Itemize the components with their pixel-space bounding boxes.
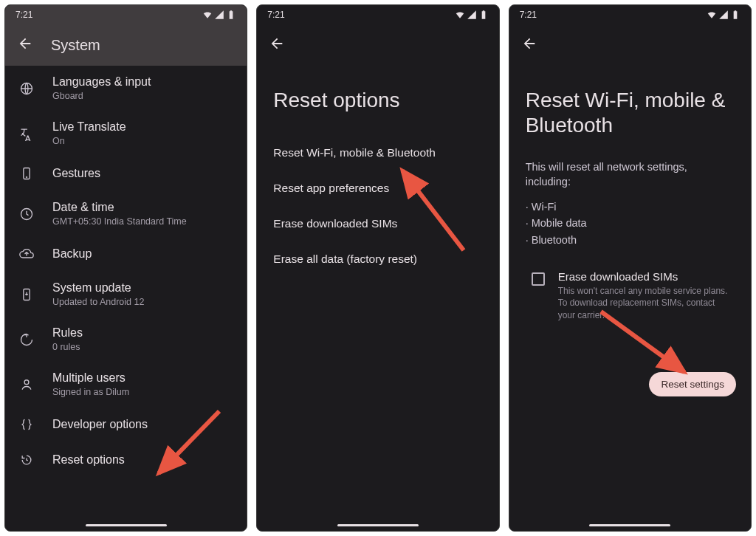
option-reset-app-prefs[interactable]: Reset app preferences [257, 171, 498, 206]
cloud-upload-icon [18, 246, 35, 262]
row-multiple-users[interactable]: Multiple users Signed in as Dilum [5, 362, 247, 407]
braces-icon [18, 416, 35, 433]
description-text: This will reset all network settings, in… [509, 159, 751, 190]
back-arrow-icon [521, 35, 537, 52]
bullet-item: Bluetooth [532, 234, 577, 246]
bullet-list: · Wi-Fi · Mobile data · Bluetooth [509, 190, 751, 248]
status-bar: 7:21 [5, 5, 247, 24]
rules-icon [18, 331, 35, 348]
signal-icon [718, 10, 729, 20]
row-sub: On [52, 136, 233, 146]
row-gestures[interactable]: Gestures [5, 156, 247, 191]
row-label: Developer options [52, 418, 233, 431]
row-live-translate[interactable]: Live Translate On [5, 111, 247, 156]
option-reset-network[interactable]: Reset Wi-Fi, mobile & Bluetooth [257, 135, 498, 171]
status-icons [202, 10, 236, 20]
battery-icon [226, 10, 236, 20]
appbar [257, 24, 498, 66]
battery-icon [730, 10, 740, 20]
appbar: System [5, 24, 247, 66]
screen-system: 7:21 System Languages & input Gboard Liv… [4, 4, 247, 532]
status-bar: 7:21 [257, 5, 498, 24]
back-button[interactable] [269, 35, 285, 55]
screen-reset-options: 7:21 Reset options Reset Wi-Fi, mobile &… [256, 4, 499, 532]
row-sub: 0 rules [52, 342, 233, 352]
row-label: Live Translate [52, 120, 233, 134]
row-label: Backup [52, 247, 233, 261]
person-icon [18, 377, 35, 393]
gestures-icon [18, 165, 35, 182]
restore-icon [18, 452, 35, 468]
wifi-icon [202, 10, 213, 20]
status-time: 7:21 [520, 10, 537, 20]
signal-icon [467, 10, 477, 20]
status-time: 7:21 [16, 10, 32, 20]
page-title: Reset options [257, 66, 498, 135]
screen-reset-network: 7:21 Reset Wi-Fi, mobile & Bluetooth Thi… [509, 4, 752, 532]
row-sub: Updated to Android 12 [52, 297, 233, 307]
row-label: Languages & input [52, 75, 233, 89]
row-sub: GMT+05:30 India Standard Time [52, 216, 233, 227]
row-label: Reset options [52, 453, 233, 467]
row-developer-options[interactable]: Developer options [5, 407, 247, 442]
translate-icon [18, 126, 35, 142]
signal-icon [214, 10, 224, 20]
row-label: Gestures [52, 167, 233, 180]
appbar [509, 24, 751, 66]
back-arrow-icon [269, 35, 285, 52]
home-indicator[interactable] [86, 524, 167, 527]
row-languages-input[interactable]: Languages & input Gboard [5, 66, 247, 111]
home-indicator[interactable] [589, 524, 670, 527]
row-backup[interactable]: Backup [5, 236, 247, 272]
row-rules[interactable]: Rules 0 rules [5, 317, 247, 362]
checkbox-title: Erase downloaded SIMs [558, 270, 735, 283]
row-date-time[interactable]: Date & time GMT+05:30 India Standard Tim… [5, 191, 247, 236]
back-arrow-icon [17, 35, 33, 52]
row-label: Multiple users [52, 371, 233, 385]
settings-list: Languages & input Gboard Live Translate … [5, 66, 247, 531]
row-label: System update [52, 281, 233, 295]
row-sub: Gboard [52, 91, 233, 101]
back-button[interactable] [521, 35, 537, 55]
status-icons [455, 10, 489, 20]
wifi-icon [707, 10, 717, 20]
row-label: Date & time [52, 201, 233, 214]
option-erase-sims[interactable]: Erase downloaded SIMs [257, 206, 498, 241]
svg-point-2 [26, 176, 27, 178]
globe-icon [18, 80, 35, 97]
row-system-update[interactable]: System update Updated to Android 12 [5, 272, 247, 317]
battery-icon [478, 10, 489, 20]
checkbox-sub: This won't cancel any mobile service pla… [558, 285, 735, 321]
reset-settings-button[interactable]: Reset settings [649, 372, 736, 396]
svg-point-5 [24, 379, 29, 384]
row-reset-options[interactable]: Reset options [5, 442, 247, 478]
status-bar: 7:21 [509, 5, 751, 24]
back-button[interactable] [17, 35, 33, 55]
page-title: Reset Wi-Fi, mobile & Bluetooth [509, 66, 751, 159]
wifi-icon [455, 10, 465, 20]
clock-icon [18, 206, 35, 222]
home-indicator[interactable] [337, 524, 419, 527]
row-label: Rules [52, 326, 233, 340]
status-icons [707, 10, 740, 20]
erase-sims-checkbox-row[interactable]: Erase downloaded SIMs This won't cancel … [509, 248, 751, 321]
option-factory-reset[interactable]: Erase all data (factory reset) [257, 241, 498, 277]
bullet-item: Mobile data [532, 217, 587, 229]
bullet-item: Wi-Fi [532, 201, 557, 213]
system-update-icon [18, 286, 35, 303]
page-title: System [51, 37, 100, 54]
checkbox-icon[interactable] [532, 272, 545, 286]
status-time: 7:21 [267, 10, 284, 20]
row-sub: Signed in as Dilum [52, 387, 233, 397]
